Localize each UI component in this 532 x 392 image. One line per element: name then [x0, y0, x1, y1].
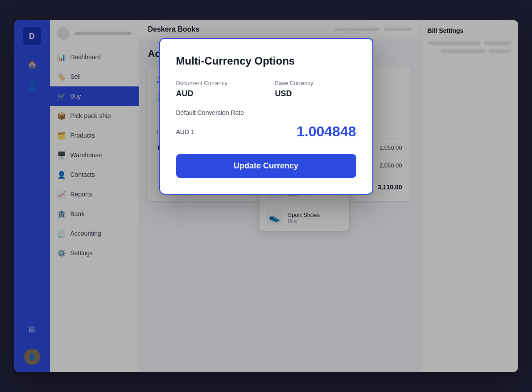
modal-title: Multi-Currency Options — [176, 55, 356, 67]
base-currency-label: Base Currency — [275, 80, 356, 86]
doc-currency-label: Document Currency — [176, 80, 257, 86]
currency-row: Document Currency AUD Base Currency USD — [176, 80, 356, 98]
modal-overlay: Multi-Currency Options Document Currency… — [14, 20, 518, 372]
conversion-from: AUD 1 — [176, 128, 194, 135]
currency-modal: Multi-Currency Options Document Currency… — [159, 38, 373, 195]
update-currency-button[interactable]: Update Currency — [176, 154, 356, 178]
base-currency-block: Base Currency USD — [275, 80, 356, 98]
conversion-rate: 1.004848 — [297, 123, 356, 140]
conversion-row: AUD 1 1.004848 — [176, 123, 356, 140]
doc-currency-block: Document Currency AUD — [176, 80, 257, 98]
conversion-label: Default Conversion Rate — [176, 109, 356, 116]
base-currency-value: USD — [275, 89, 356, 98]
doc-currency-value: AUD — [176, 89, 257, 98]
